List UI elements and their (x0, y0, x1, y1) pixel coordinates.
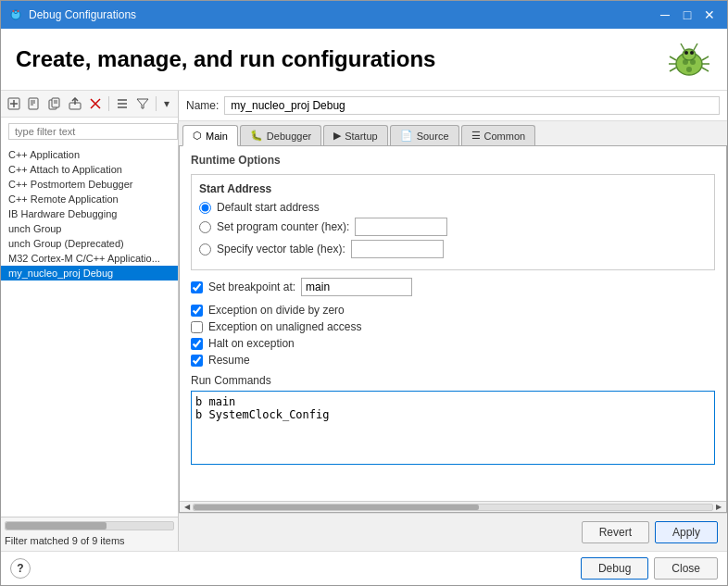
counter-hex-input[interactable] (355, 218, 447, 236)
new-config-button[interactable] (5, 94, 23, 113)
tab-scroll-area[interactable]: Runtime Options Start Address Default st… (180, 146, 726, 501)
help-button[interactable]: ? (10, 558, 31, 579)
filter-input[interactable] (8, 123, 178, 140)
left-panel: ▾ C++ ApplicationC++ Attach to Applicati… (1, 91, 179, 551)
expand-menu-button[interactable]: ▾ (160, 94, 173, 113)
content-area: ▾ C++ ApplicationC++ Attach to Applicati… (1, 91, 727, 551)
name-input[interactable] (224, 96, 720, 115)
checkbox-row-halt: Halt on exception (191, 337, 715, 350)
radio-vector-table-label: Specify vector table (hex): (217, 243, 345, 256)
run-commands-textarea[interactable] (191, 391, 715, 465)
delete-button[interactable] (86, 94, 105, 113)
bottom-bar: Revert Apply (179, 513, 727, 551)
tab-startup[interactable]: ▶Startup (323, 125, 387, 145)
radio-set-counter-input[interactable] (199, 221, 211, 233)
close-button[interactable]: ✕ (699, 5, 720, 25)
main-tab-icon: ⬡ (193, 130, 202, 142)
name-label: Name: (186, 99, 219, 112)
breakpoint-input[interactable] (301, 278, 412, 296)
radio-default-start-input[interactable] (199, 202, 211, 214)
common-tab-label: Common (484, 131, 526, 142)
minimize-button[interactable]: ─ (655, 5, 675, 25)
svg-point-17 (690, 59, 696, 65)
h-scroll-right[interactable]: ▶ (713, 502, 724, 513)
tab-main[interactable]: ⬡Main (182, 125, 238, 146)
config-list-item[interactable]: C++ Remote Application (1, 192, 178, 206)
radio-vector-table-input[interactable] (199, 243, 211, 256)
checkbox-unaligned[interactable] (191, 321, 203, 333)
checkbox-label-unaligned: Exception on unaligned access (208, 320, 361, 333)
radio-set-counter-label: Set program counter (hex): (217, 220, 349, 233)
svg-line-11 (702, 56, 709, 60)
title-bar-controls: ─ □ ✕ (655, 5, 720, 25)
toolbar-sep2 (156, 96, 157, 111)
h-scroll-left[interactable]: ◀ (182, 502, 193, 513)
revert-button[interactable]: Revert (582, 521, 649, 543)
breakpoint-checkbox[interactable] (191, 281, 203, 293)
tabs-row: ⬡Main🐛Debugger▶Startup📄Source☰Common (179, 121, 727, 146)
breakpoint-label: Set breakpoint at: (208, 281, 295, 293)
source-tab-label: Source (417, 131, 449, 142)
svg-point-16 (683, 59, 688, 65)
left-scroll-track[interactable] (5, 521, 174, 530)
config-list-item[interactable]: C++ Attach to Application (1, 162, 178, 177)
svg-line-10 (670, 68, 676, 71)
title-bar: Debug Configurations ─ □ ✕ (1, 1, 727, 29)
footer-right: Debug Close (581, 557, 718, 580)
config-list: C++ ApplicationC++ Attach to Application… (1, 145, 178, 517)
main-tab-label: Main (206, 131, 228, 142)
radio-default-start-label: Default start address (217, 201, 320, 214)
startup-tab-icon: ▶ (333, 130, 341, 142)
h-scroll-track[interactable] (193, 504, 713, 511)
tab-source[interactable]: 📄Source (390, 125, 459, 145)
breakpoint-row: Set breakpoint at: (191, 278, 715, 296)
h-scroll-thumb (194, 505, 479, 510)
toolbar-sep1 (108, 96, 109, 111)
radio-set-counter: Set program counter (hex): (199, 218, 707, 236)
common-tab-icon: ☰ (471, 130, 481, 142)
checkbox-row-resume: Resume (191, 354, 715, 367)
checkbox-row-div_zero: Exception on divide by zero (191, 304, 715, 317)
name-row: Name: (179, 91, 727, 121)
maximize-button[interactable]: □ (677, 5, 697, 25)
config-list-item[interactable]: IB Hardware Debugging (1, 206, 178, 221)
svg-line-13 (702, 68, 709, 71)
svg-point-6 (684, 51, 688, 55)
filter-button[interactable] (133, 94, 152, 113)
h-scroll-row: ◀ ▶ (180, 501, 726, 512)
config-list-item[interactable]: my_nucleo_proj Debug (1, 266, 178, 281)
svg-rect-22 (29, 98, 38, 109)
svg-point-2 (13, 10, 15, 12)
export-button[interactable] (66, 94, 84, 113)
apply-button[interactable]: Apply (655, 521, 718, 543)
close-dialog-button[interactable]: Close (654, 557, 718, 580)
config-list-item[interactable]: unch Group (1, 221, 178, 236)
config-list-item[interactable]: C++ Application (1, 147, 178, 162)
checkbox-label-div_zero: Exception on divide by zero (208, 304, 345, 317)
config-list-item[interactable]: M32 Cortex-M C/C++ Applicatio... (1, 251, 178, 266)
svg-point-1 (14, 10, 18, 13)
checkbox-resume[interactable] (191, 355, 203, 367)
duplicate-button[interactable] (45, 94, 64, 113)
vector-table-input[interactable] (351, 240, 444, 258)
config-list-item[interactable]: unch Group (Deprecated) (1, 236, 178, 251)
svg-marker-37 (137, 99, 148, 108)
checkboxes-container: Exception on divide by zeroException on … (191, 304, 715, 367)
svg-point-18 (686, 67, 692, 72)
checkbox-div_zero[interactable] (191, 305, 203, 317)
tab-debugger[interactable]: 🐛Debugger (240, 125, 321, 145)
config-list-item[interactable]: C++ Postmortem Debugger (1, 177, 178, 192)
window-header: Create, manage, and run configurations (1, 29, 727, 91)
checkbox-halt[interactable] (191, 338, 203, 350)
tab-common[interactable]: ☰Common (461, 125, 536, 145)
radio-vector-table: Specify vector table (hex): (199, 240, 707, 258)
run-commands-label: Run Commands (191, 374, 715, 387)
new-config-proto-button[interactable] (25, 94, 44, 113)
svg-point-5 (683, 49, 696, 60)
collapse-all-button[interactable] (113, 94, 132, 113)
start-address-section: Start Address Default start address Set … (191, 174, 715, 270)
debug-button[interactable]: Debug (581, 557, 648, 580)
checkbox-label-halt: Halt on exception (208, 337, 295, 350)
left-toolbar: ▾ (1, 91, 178, 118)
svg-line-8 (670, 56, 676, 60)
